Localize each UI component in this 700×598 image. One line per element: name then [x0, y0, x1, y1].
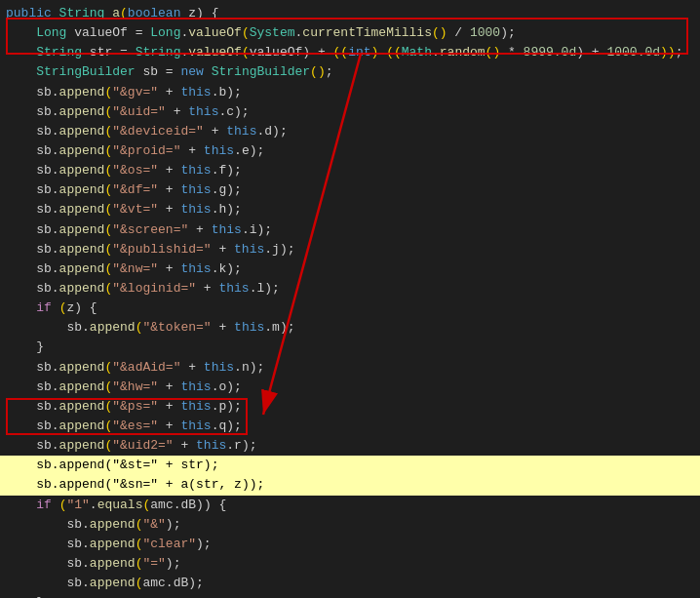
- keyword-public: public: [6, 4, 59, 23]
- code-line-6: sb.append("&uid=" + this.c);: [0, 102, 700, 122]
- type-string: String: [59, 4, 113, 23]
- code-line-3: String str = String.valueOf(valueOf) + (…: [0, 43, 700, 62]
- code-line-26: if ("1".equals(amc.dB)) {: [0, 496, 700, 515]
- code-line-18: }: [0, 338, 700, 357]
- code-line-2: Long valueOf = Long.valueOf(System.curre…: [0, 23, 700, 43]
- code-line-9: sb.append("&os=" + this.f);: [0, 161, 700, 180]
- code-line-13: sb.append("&publishid=" + this.j);: [0, 240, 700, 259]
- code-line-28: sb.append("clear");: [0, 535, 700, 554]
- code-line-27: sb.append("&");: [0, 515, 700, 535]
- code-line-7: sb.append("&deviceid=" + this.d);: [0, 122, 700, 141]
- code-container: public String a(boolean z) { Long valueO…: [0, 0, 700, 598]
- code-line-16: if (z) {: [0, 299, 700, 318]
- code-line-1: public String a(boolean z) {: [0, 4, 700, 23]
- code-line-5: sb.append("&gv=" + this.b);: [0, 83, 700, 102]
- code-line-31: }: [0, 593, 700, 598]
- method-a: a: [112, 4, 120, 23]
- code-line-14: sb.append("&nw=" + this.k);: [0, 259, 700, 279]
- code-line-30: sb.append(amc.dB);: [0, 574, 700, 593]
- code-line-10: sb.append("&df=" + this.g);: [0, 180, 700, 200]
- code-line-19: sb.append("&adAid=" + this.n);: [0, 358, 700, 378]
- code-line-17: sb.append("&token=" + this.m);: [0, 318, 700, 338]
- code-line-25: sb.append("&sn=" + a(str, z));: [0, 475, 700, 495]
- code-line-22: sb.append("&es=" + this.q);: [0, 417, 700, 436]
- code-line-21: sb.append("&ps=" + this.p);: [0, 397, 700, 417]
- code-line-11: sb.append("&vt=" + this.h);: [0, 200, 700, 219]
- code-line-12: sb.append("&screen=" + this.i);: [0, 220, 700, 240]
- code-line-4: StringBuilder sb = new StringBuilder();: [0, 62, 700, 82]
- code-line-20: sb.append("&hw=" + this.o);: [0, 378, 700, 397]
- code-line-23: sb.append("&uid2=" + this.r);: [0, 436, 700, 456]
- code-line-24: sb.append("&st=" + str);: [0, 456, 700, 475]
- code-line-29: sb.append("=");: [0, 554, 700, 574]
- code-line-15: sb.append("&loginid=" + this.l);: [0, 279, 700, 299]
- code-line-8: sb.append("&proid=" + this.e);: [0, 141, 700, 161]
